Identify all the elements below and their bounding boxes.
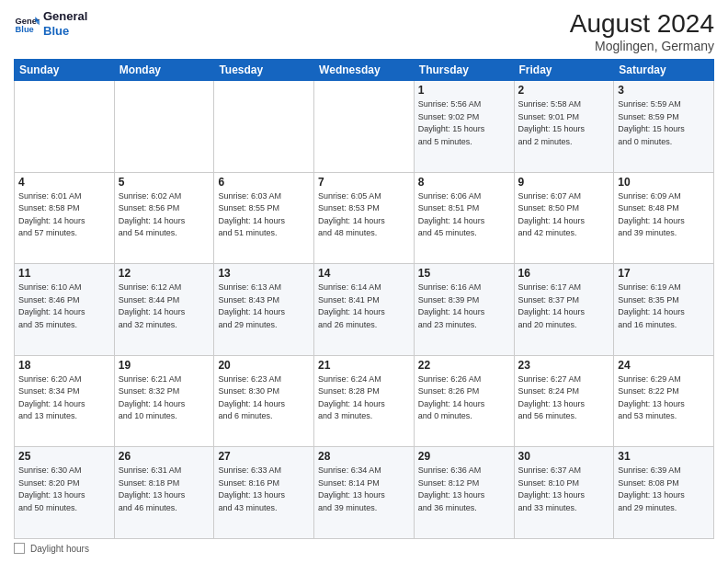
- calendar-week-3: 11Sunrise: 6:10 AM Sunset: 8:46 PM Dayli…: [15, 264, 714, 356]
- calendar-cell: 1Sunrise: 5:56 AM Sunset: 9:02 PM Daylig…: [414, 81, 514, 173]
- calendar-cell: 27Sunrise: 6:33 AM Sunset: 8:16 PM Dayli…: [214, 447, 314, 539]
- day-header-wednesday: Wednesday: [314, 60, 415, 81]
- calendar-cell: 15Sunrise: 6:16 AM Sunset: 8:39 PM Dayli…: [414, 264, 514, 356]
- day-info: Sunrise: 6:31 AM Sunset: 8:18 PM Dayligh…: [119, 465, 210, 514]
- day-header-friday: Friday: [514, 60, 614, 81]
- day-info: Sunrise: 6:39 AM Sunset: 8:08 PM Dayligh…: [618, 465, 710, 514]
- day-number: 28: [318, 450, 410, 463]
- day-info: Sunrise: 6:36 AM Sunset: 8:12 PM Dayligh…: [418, 465, 510, 514]
- calendar-cell: 4Sunrise: 6:01 AM Sunset: 8:58 PM Daylig…: [15, 172, 115, 264]
- day-number: 13: [218, 267, 310, 280]
- calendar-cell: 18Sunrise: 6:20 AM Sunset: 8:34 PM Dayli…: [15, 355, 115, 447]
- day-info: Sunrise: 6:27 AM Sunset: 8:24 PM Dayligh…: [518, 373, 610, 423]
- calendar-cell: 3Sunrise: 5:59 AM Sunset: 8:59 PM Daylig…: [614, 81, 714, 173]
- calendar-cell: 25Sunrise: 6:30 AM Sunset: 8:20 PM Dayli…: [15, 447, 115, 539]
- day-number: 8: [418, 176, 510, 189]
- day-info: Sunrise: 6:20 AM Sunset: 8:34 PM Dayligh…: [18, 373, 110, 423]
- day-info: Sunrise: 6:05 AM Sunset: 8:53 PM Dayligh…: [318, 190, 410, 240]
- calendar-cell: [114, 81, 214, 173]
- calendar-cell: 10Sunrise: 6:09 AM Sunset: 8:48 PM Dayli…: [614, 172, 714, 264]
- day-info: Sunrise: 6:12 AM Sunset: 8:44 PM Dayligh…: [119, 282, 210, 331]
- page: General Blue General Blue August 2024 Mo…: [0, 0, 728, 563]
- day-number: 10: [618, 176, 710, 189]
- legend-box: [14, 543, 25, 554]
- day-header-sunday: Sunday: [15, 60, 115, 81]
- calendar-cell: 24Sunrise: 6:29 AM Sunset: 8:22 PM Dayli…: [614, 355, 714, 447]
- day-number: 30: [518, 450, 610, 463]
- day-info: Sunrise: 6:21 AM Sunset: 8:32 PM Dayligh…: [119, 373, 210, 423]
- calendar-header-row: SundayMondayTuesdayWednesdayThursdayFrid…: [15, 60, 714, 81]
- calendar-cell: 6Sunrise: 6:03 AM Sunset: 8:55 PM Daylig…: [214, 172, 314, 264]
- footer: Daylight hours: [14, 543, 714, 554]
- logo-text-blue: Blue: [43, 24, 87, 39]
- day-number: 24: [618, 359, 710, 372]
- day-number: 12: [119, 267, 210, 280]
- day-info: Sunrise: 6:02 AM Sunset: 8:56 PM Dayligh…: [119, 190, 210, 240]
- day-info: Sunrise: 6:01 AM Sunset: 8:58 PM Dayligh…: [18, 190, 110, 240]
- day-header-thursday: Thursday: [414, 60, 514, 81]
- calendar-cell: 9Sunrise: 6:07 AM Sunset: 8:50 PM Daylig…: [514, 172, 614, 264]
- calendar-cell: [214, 81, 314, 173]
- day-info: Sunrise: 6:06 AM Sunset: 8:51 PM Dayligh…: [418, 190, 510, 240]
- calendar-cell: 11Sunrise: 6:10 AM Sunset: 8:46 PM Dayli…: [15, 264, 115, 356]
- day-number: 6: [218, 176, 310, 189]
- calendar-cell: 17Sunrise: 6:19 AM Sunset: 8:35 PM Dayli…: [614, 264, 714, 356]
- day-number: 15: [418, 267, 510, 280]
- header: General Blue General Blue August 2024 Mo…: [14, 9, 714, 53]
- day-number: 19: [119, 359, 210, 372]
- day-number: 18: [18, 359, 110, 372]
- calendar-cell: 21Sunrise: 6:24 AM Sunset: 8:28 PM Dayli…: [314, 355, 415, 447]
- day-number: 26: [119, 450, 210, 463]
- calendar-cell: 31Sunrise: 6:39 AM Sunset: 8:08 PM Dayli…: [614, 447, 714, 539]
- calendar-cell: 2Sunrise: 5:58 AM Sunset: 9:01 PM Daylig…: [514, 81, 614, 173]
- day-number: 23: [518, 359, 610, 372]
- calendar-cell: 13Sunrise: 6:13 AM Sunset: 8:43 PM Dayli…: [214, 264, 314, 356]
- day-number: 27: [218, 450, 310, 463]
- calendar-cell: 16Sunrise: 6:17 AM Sunset: 8:37 PM Dayli…: [514, 264, 614, 356]
- day-info: Sunrise: 6:30 AM Sunset: 8:20 PM Dayligh…: [18, 465, 110, 514]
- day-number: 3: [618, 84, 710, 97]
- calendar-week-4: 18Sunrise: 6:20 AM Sunset: 8:34 PM Dayli…: [15, 355, 714, 447]
- logo-icon: General Blue: [14, 11, 40, 37]
- day-info: Sunrise: 6:07 AM Sunset: 8:50 PM Dayligh…: [518, 190, 610, 240]
- day-number: 16: [518, 267, 610, 280]
- day-info: Sunrise: 6:03 AM Sunset: 8:55 PM Dayligh…: [218, 190, 310, 240]
- day-header-monday: Monday: [114, 60, 214, 81]
- day-info: Sunrise: 6:16 AM Sunset: 8:39 PM Dayligh…: [418, 282, 510, 331]
- day-number: 1: [418, 84, 510, 97]
- location: Moglingen, Germany: [570, 39, 714, 53]
- day-number: 25: [18, 450, 110, 463]
- svg-text:Blue: Blue: [16, 25, 34, 34]
- day-info: Sunrise: 6:29 AM Sunset: 8:22 PM Dayligh…: [618, 373, 710, 423]
- day-info: Sunrise: 6:13 AM Sunset: 8:43 PM Dayligh…: [218, 282, 310, 331]
- calendar-cell: [314, 81, 415, 173]
- title-block: August 2024 Moglingen, Germany: [570, 9, 714, 53]
- day-number: 17: [618, 267, 710, 280]
- calendar-cell: 8Sunrise: 6:06 AM Sunset: 8:51 PM Daylig…: [414, 172, 514, 264]
- day-info: Sunrise: 6:23 AM Sunset: 8:30 PM Dayligh…: [218, 373, 310, 423]
- calendar-cell: 7Sunrise: 6:05 AM Sunset: 8:53 PM Daylig…: [314, 172, 415, 264]
- day-info: Sunrise: 6:17 AM Sunset: 8:37 PM Dayligh…: [518, 282, 610, 331]
- day-info: Sunrise: 6:37 AM Sunset: 8:10 PM Dayligh…: [518, 465, 610, 514]
- calendar-cell: 5Sunrise: 6:02 AM Sunset: 8:56 PM Daylig…: [114, 172, 214, 264]
- calendar-cell: 14Sunrise: 6:14 AM Sunset: 8:41 PM Dayli…: [314, 264, 415, 356]
- day-info: Sunrise: 6:33 AM Sunset: 8:16 PM Dayligh…: [218, 465, 310, 514]
- day-number: 31: [618, 450, 710, 463]
- calendar-cell: 12Sunrise: 6:12 AM Sunset: 8:44 PM Dayli…: [114, 264, 214, 356]
- logo: General Blue General Blue: [14, 9, 87, 38]
- month-title: August 2024: [570, 9, 714, 39]
- day-number: 21: [318, 359, 410, 372]
- calendar-cell: 29Sunrise: 6:36 AM Sunset: 8:12 PM Dayli…: [414, 447, 514, 539]
- calendar-cell: 23Sunrise: 6:27 AM Sunset: 8:24 PM Dayli…: [514, 355, 614, 447]
- calendar-cell: [15, 81, 115, 173]
- day-info: Sunrise: 5:56 AM Sunset: 9:02 PM Dayligh…: [418, 98, 510, 148]
- day-info: Sunrise: 6:10 AM Sunset: 8:46 PM Dayligh…: [18, 282, 110, 331]
- day-number: 22: [418, 359, 510, 372]
- day-number: 2: [518, 84, 610, 97]
- day-info: Sunrise: 6:24 AM Sunset: 8:28 PM Dayligh…: [318, 373, 410, 423]
- day-info: Sunrise: 5:58 AM Sunset: 9:01 PM Dayligh…: [518, 98, 610, 148]
- logo-text-general: General: [43, 9, 87, 24]
- calendar-cell: 22Sunrise: 6:26 AM Sunset: 8:26 PM Dayli…: [414, 355, 514, 447]
- day-info: Sunrise: 6:26 AM Sunset: 8:26 PM Dayligh…: [418, 373, 510, 423]
- day-number: 14: [318, 267, 410, 280]
